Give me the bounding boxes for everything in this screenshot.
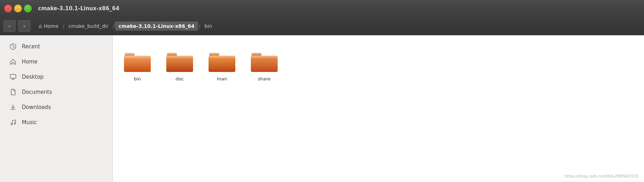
svg-rect-5 <box>124 56 151 72</box>
svg-point-2 <box>11 123 12 125</box>
breadcrumb-cmake-package-label: cmake-3.10.1-Linux-x86_64 <box>118 23 194 29</box>
maximize-icon: □ <box>27 6 29 11</box>
sidebar-item-downloads[interactable]: Downloads <box>2 100 110 115</box>
home-sidebar-icon <box>9 58 17 66</box>
folder-man[interactable]: man <box>204 46 240 85</box>
sidebar-item-documents[interactable]: Documents <box>2 85 110 99</box>
breadcrumb-bin[interactable]: bin <box>201 22 216 31</box>
sidebar: Recent Home Desktop <box>0 35 113 182</box>
svg-rect-6 <box>124 56 151 58</box>
folder-doc-label: doc <box>175 76 184 81</box>
breadcrumb-sep-2: / <box>112 23 115 29</box>
minimize-button[interactable]: – <box>14 5 22 12</box>
svg-rect-12 <box>209 56 235 58</box>
window-title: cmake-3.10.1-Linux-x86_64 <box>38 5 119 12</box>
close-button[interactable]: × <box>4 5 12 12</box>
downloads-icon <box>9 103 17 111</box>
back-button[interactable]: ‹ <box>4 20 16 32</box>
svg-rect-11 <box>209 56 235 72</box>
folder-doc[interactable]: doc <box>162 46 197 85</box>
desktop-icon <box>9 73 17 81</box>
sidebar-item-recent[interactable]: Recent <box>2 39 110 54</box>
music-icon <box>9 119 17 126</box>
breadcrumb-cmake-build-dir[interactable]: cmake_build_dir <box>65 22 112 31</box>
folder-bin[interactable]: bin <box>120 46 155 85</box>
forward-button[interactable]: › <box>18 20 30 32</box>
minimize-icon: – <box>17 6 19 11</box>
watermark: https://blog.csdn.net/DOLZHENGS133 <box>565 174 638 178</box>
svg-point-3 <box>14 123 16 124</box>
sidebar-item-desktop[interactable]: Desktop <box>2 69 110 84</box>
folder-bin-icon <box>123 49 151 73</box>
breadcrumb-bin-label: bin <box>205 23 212 29</box>
toolbar: ‹ › ⌂ Home / cmake_build_dir / cmake-3.1… <box>0 17 644 35</box>
documents-icon <box>9 88 17 96</box>
svg-rect-8 <box>166 56 193 72</box>
recent-icon <box>9 43 17 50</box>
svg-rect-1 <box>10 74 16 78</box>
svg-rect-9 <box>166 56 193 58</box>
breadcrumb-sep-1: / <box>62 23 65 29</box>
back-icon: ‹ <box>8 23 10 29</box>
breadcrumb-home[interactable]: ⌂ Home <box>35 21 62 31</box>
folder-doc-icon <box>166 49 194 73</box>
breadcrumb: ⌂ Home / cmake_build_dir / cmake-3.10.1-… <box>35 21 216 31</box>
maximize-button[interactable]: □ <box>24 5 32 12</box>
forward-icon: › <box>23 23 25 29</box>
window-controls: × – □ <box>4 5 32 12</box>
folder-share[interactable]: share <box>247 46 282 85</box>
sidebar-item-desktop-label: Desktop <box>22 74 44 80</box>
folder-bin-label: bin <box>134 76 141 81</box>
titlebar: × – □ cmake-3.10.1-Linux-x86_64 <box>0 0 644 17</box>
sidebar-item-recent-label: Recent <box>22 43 40 50</box>
sidebar-item-home-label: Home <box>22 59 37 65</box>
sidebar-item-documents-label: Documents <box>22 89 52 95</box>
home-icon: ⌂ <box>39 23 42 29</box>
main-layout: Recent Home Desktop <box>0 35 644 182</box>
breadcrumb-home-label: Home <box>44 23 58 29</box>
folder-share-label: share <box>258 76 271 81</box>
breadcrumb-cmake-build-dir-label: cmake_build_dir <box>69 23 109 29</box>
breadcrumb-sep-3: / <box>198 23 201 29</box>
folder-share-icon <box>250 49 278 73</box>
sidebar-item-music[interactable]: Music <box>2 115 110 130</box>
folder-grid: bin <box>120 46 637 85</box>
sidebar-item-downloads-label: Downloads <box>22 104 51 110</box>
folder-man-icon <box>208 49 236 73</box>
svg-rect-15 <box>251 56 278 58</box>
close-icon: × <box>7 6 9 11</box>
svg-rect-14 <box>251 56 278 72</box>
sidebar-item-music-label: Music <box>22 119 37 126</box>
folder-man-label: man <box>217 76 227 81</box>
file-content: bin <box>113 35 644 182</box>
sidebar-item-home[interactable]: Home <box>2 54 110 69</box>
breadcrumb-cmake-package[interactable]: cmake-3.10.1-Linux-x86_64 <box>115 22 198 31</box>
